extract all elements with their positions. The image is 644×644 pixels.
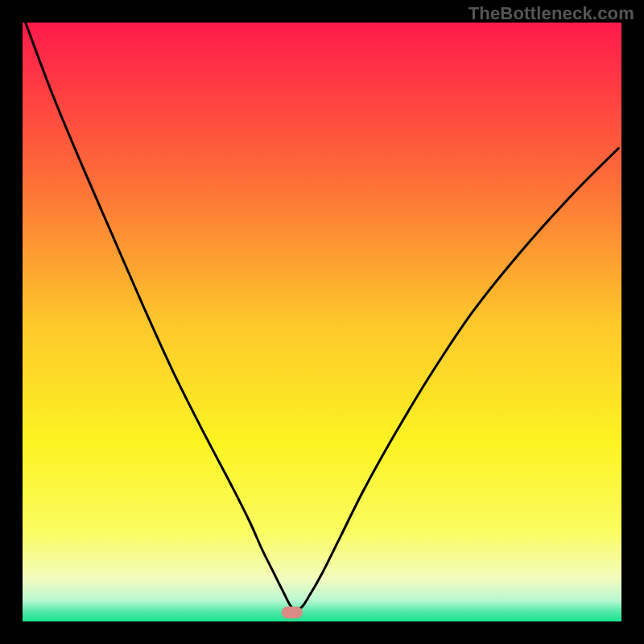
plot-area [23, 23, 621, 621]
optimum-marker [282, 606, 303, 618]
chart-frame: TheBottleneck.com [0, 0, 644, 644]
watermark-text: TheBottleneck.com [469, 3, 634, 24]
chart-svg [23, 23, 621, 621]
gradient-background [23, 23, 621, 621]
